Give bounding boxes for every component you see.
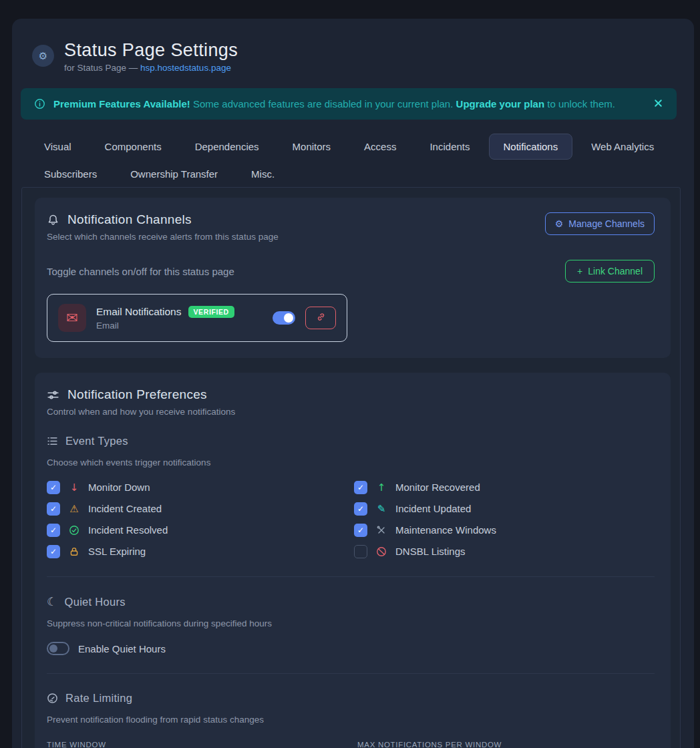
banner-close-button[interactable]: [653, 98, 663, 110]
event-checkbox[interactable]: ✓: [47, 545, 60, 558]
gear-icon: ⚙: [39, 50, 47, 62]
event-checkbox[interactable]: ✓: [47, 502, 60, 516]
event-checkbox[interactable]: ✓: [354, 481, 367, 494]
event-row: ✓Maintenance Windows: [354, 523, 655, 537]
section-divider: [47, 673, 655, 674]
event-checkbox[interactable]: ✓: [354, 524, 367, 537]
gauge-icon: [47, 693, 58, 704]
gear-avatar: ⚙: [32, 45, 54, 67]
check-circle-icon: [68, 525, 80, 536]
quiet-hours-toggle-label: Enable Quiet Hours: [78, 643, 166, 654]
event-row: ✓✎Incident Updated: [354, 502, 655, 516]
tab-notifications[interactable]: Notifications: [489, 134, 573, 160]
event-label: SSL Expiring: [88, 546, 146, 557]
event-label: Maintenance Windows: [395, 524, 496, 536]
manage-channels-button[interactable]: ⚙ Manage Channels: [545, 212, 655, 235]
info-icon: [34, 98, 45, 110]
tab-monitors[interactable]: Monitors: [278, 134, 346, 160]
channels-section-subtitle: Select which channels receive alerts fro…: [47, 232, 279, 242]
warning-icon: ⚠: [68, 503, 80, 515]
event-checkbox[interactable]: ✓: [354, 502, 367, 516]
tab-misc[interactable]: Misc.: [236, 161, 289, 187]
quiet-hours-heading: ☾ Quiet Hours: [47, 595, 655, 608]
event-checkbox[interactable]: [354, 545, 367, 558]
email-channel-card: ✉ Email Notifications VERIFIED Email: [47, 294, 347, 342]
event-label: Incident Updated: [395, 503, 471, 514]
preferences-section-subtitle: Control when and how you receive notific…: [47, 407, 655, 417]
notification-preferences-card: Notification Preferences Control when an…: [35, 373, 671, 748]
event-label: Incident Created: [88, 503, 162, 514]
event-label: Monitor Down: [88, 482, 150, 493]
event-row: ✓↑Monitor Recovered: [354, 480, 655, 494]
chain-link-icon: [316, 312, 326, 324]
gear-icon: ⚙: [555, 218, 564, 229]
upgrade-plan-link[interactable]: Upgrade your plan: [456, 98, 545, 110]
link-channel-button[interactable]: + Link Channel: [565, 260, 655, 283]
event-label: DNSBL Listings: [395, 546, 466, 557]
ban-icon: [375, 546, 387, 557]
banner-bold-text: Premium Features Available!: [53, 98, 190, 110]
status-page-link[interactable]: hsp.hostedstatus.page: [140, 63, 231, 73]
arrow-down-icon: ↓: [68, 482, 80, 494]
banner-message: Premium Features Available! Some advance…: [53, 98, 615, 110]
enable-quiet-hours-toggle[interactable]: [47, 642, 69, 655]
moon-icon: ☾: [47, 595, 57, 608]
tab-access[interactable]: Access: [349, 134, 411, 160]
bell-icon: [47, 214, 59, 226]
rate-limiting-subtitle: Prevent notification flooding from rapid…: [47, 715, 655, 725]
tab-incidents[interactable]: Incidents: [415, 134, 484, 160]
arrow-up-icon: ↑: [375, 482, 387, 494]
sliders-icon: [47, 389, 59, 401]
verified-badge: VERIFIED: [188, 306, 234, 318]
tab-subscribers[interactable]: Subscribers: [29, 161, 112, 187]
event-types-grid: ✓↓Monitor Down✓↑Monitor Recovered✓⚠Incid…: [47, 480, 655, 558]
event-row: ✓SSL Expiring: [47, 544, 354, 558]
channel-type: Email: [96, 321, 262, 331]
page-subtitle: for Status Page — hsp.hostedstatus.page: [64, 63, 238, 73]
event-label: Monitor Recovered: [395, 482, 480, 493]
time-window-label: TIME WINDOW: [47, 741, 344, 748]
settings-tabs: VisualComponentsDependenciesMonitorsAcce…: [29, 134, 681, 187]
unlink-channel-button[interactable]: [305, 307, 336, 329]
quiet-hours-subtitle: Suppress non-critical notifications duri…: [47, 618, 655, 628]
preferences-section-title: Notification Preferences: [47, 387, 655, 402]
event-row: DNSBL Listings: [354, 544, 655, 558]
channels-section-title: Notification Channels: [47, 212, 279, 227]
plus-icon: +: [577, 266, 582, 276]
event-types-subtitle: Choose which events trigger notification…: [47, 457, 655, 467]
tab-web-analytics[interactable]: Web Analytics: [576, 134, 669, 160]
lock-icon: [68, 546, 80, 557]
rate-limiting-heading: Rate Limiting: [47, 692, 655, 705]
page-title: Status Page Settings: [64, 40, 238, 61]
tools-icon: [375, 525, 387, 536]
notifications-tab-panel: Notification Channels Select which chann…: [21, 187, 681, 748]
event-checkbox[interactable]: ✓: [47, 524, 60, 537]
list-icon: [47, 435, 58, 447]
event-types-heading: Event Types: [47, 435, 655, 447]
max-notifications-label: MAX NOTIFICATIONS PER WINDOW: [357, 741, 655, 748]
event-label: Incident Resolved: [88, 524, 168, 536]
event-row: ✓↓Monitor Down: [47, 480, 354, 494]
close-icon: [653, 98, 663, 110]
status-page-settings-window: ⚙ Status Page Settings for Status Page —…: [12, 19, 694, 748]
tab-components[interactable]: Components: [90, 134, 176, 160]
page-header: ⚙ Status Page Settings for Status Page —…: [12, 19, 694, 73]
email-channel-toggle[interactable]: [273, 311, 295, 325]
pencil-icon: ✎: [375, 503, 387, 515]
tab-visual[interactable]: Visual: [29, 134, 86, 160]
header-text: Status Page Settings for Status Page — h…: [64, 40, 238, 73]
tab-ownership-transfer[interactable]: Ownership Transfer: [116, 161, 232, 187]
event-row: ✓Incident Resolved: [47, 523, 354, 537]
envelope-icon: ✉: [58, 304, 86, 332]
channel-name: Email Notifications: [96, 306, 182, 318]
notification-channels-card: Notification Channels Select which chann…: [35, 198, 671, 358]
event-row: ✓⚠Incident Created: [47, 502, 354, 516]
tab-dependencies[interactable]: Dependencies: [180, 134, 274, 160]
event-checkbox[interactable]: ✓: [47, 481, 60, 494]
premium-banner: Premium Features Available! Some advance…: [21, 88, 677, 120]
section-divider: [47, 576, 655, 577]
toggle-channels-hint: Toggle channels on/off for this status p…: [47, 266, 234, 277]
